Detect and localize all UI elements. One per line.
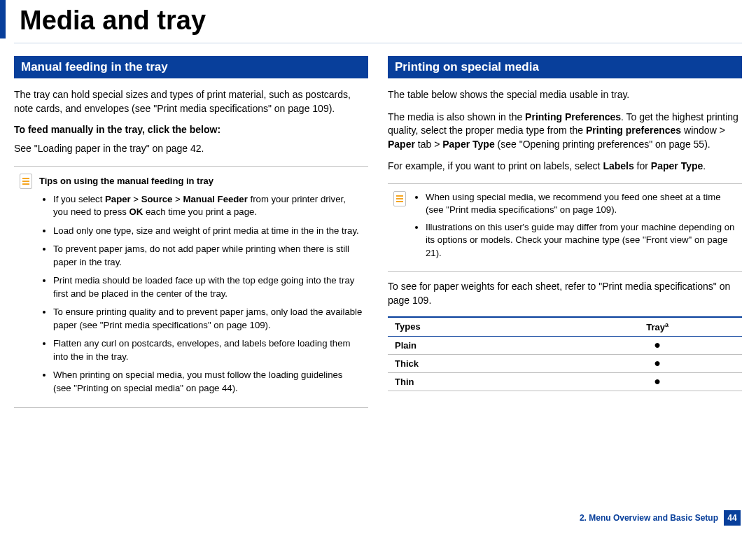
tip-item: Illustrations on this user's guide may d… bbox=[426, 221, 736, 260]
page-number: 44 bbox=[724, 510, 741, 526]
title-divider bbox=[14, 43, 742, 43]
tip-item: When printing on special media, you must… bbox=[53, 369, 363, 395]
dot-icon: ● bbox=[654, 375, 661, 387]
tip-title-left: Tips on using the manual feeding in tray bbox=[39, 176, 214, 186]
right-paragraph-2: The media is also shown in the Printing … bbox=[388, 111, 742, 152]
table-row: Thin ● bbox=[388, 372, 742, 391]
footer: 2. Menu Overview and Basic Setup 44 bbox=[580, 510, 741, 526]
left-subhead: To feed manually in the tray, click the … bbox=[14, 124, 368, 135]
dot-icon: ● bbox=[654, 357, 661, 369]
tip-box-left: Tips on using the manual feeding in tray… bbox=[14, 166, 368, 408]
footer-chapter: 2. Menu Overview and Basic Setup bbox=[580, 513, 718, 523]
note-icon bbox=[20, 174, 32, 189]
tip-item: Flatten any curl on postcards, envelopes… bbox=[53, 337, 363, 363]
left-paragraph-2: See "Loading paper in the tray" on page … bbox=[14, 142, 368, 156]
page-title: Media and tray bbox=[0, 0, 756, 38]
table-header-types: Types bbox=[388, 317, 573, 337]
table-row: Plain ● bbox=[388, 336, 742, 354]
tip-list-right: When using special media, we recommend y… bbox=[413, 191, 736, 264]
tip-item: To ensure printing quality and to preven… bbox=[53, 306, 363, 332]
left-paragraph-1: The tray can hold special sizes and type… bbox=[14, 88, 368, 115]
tip-box-right: When using special media, we recommend y… bbox=[388, 183, 742, 272]
right-paragraph-3: For example, if you want to print on lab… bbox=[388, 160, 742, 174]
right-column: Printing on special media The table belo… bbox=[388, 56, 742, 408]
tip-item: If you select Paper > Source > Manual Fe… bbox=[53, 193, 363, 219]
tip-list-left: If you select Paper > Source > Manual Fe… bbox=[20, 193, 363, 395]
right-paragraph-1: The table below shows the special media … bbox=[388, 88, 742, 102]
left-column: Manual feeding in the tray The tray can … bbox=[14, 56, 368, 408]
tip-item: When using special media, we recommend y… bbox=[426, 191, 736, 217]
tip-item: Print media should be loaded face up wit… bbox=[53, 274, 363, 300]
tip-item: To prevent paper jams, do not add paper … bbox=[53, 243, 363, 269]
media-table: Types Traya Plain ● Thick ● Thin ● bbox=[388, 316, 742, 391]
content-columns: Manual feeding in the tray The tray can … bbox=[0, 56, 756, 408]
section-heading-right: Printing on special media bbox=[388, 56, 742, 78]
table-header-tray: Traya bbox=[573, 317, 742, 337]
right-paragraph-4: To see for paper weights for each sheet,… bbox=[388, 280, 742, 307]
tip-item: Load only one type, size and weight of p… bbox=[53, 225, 363, 237]
dot-icon: ● bbox=[654, 339, 661, 351]
section-heading-left: Manual feeding in the tray bbox=[14, 56, 368, 78]
note-icon bbox=[393, 191, 406, 206]
table-row: Thick ● bbox=[388, 354, 742, 372]
